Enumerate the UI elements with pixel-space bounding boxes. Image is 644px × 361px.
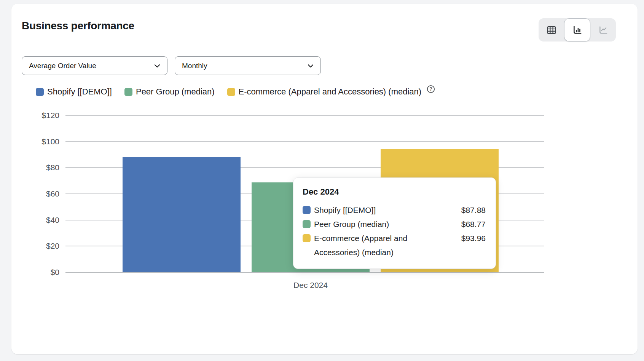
bar-shopify-demo[interactable] (123, 157, 241, 272)
y-tick-label: $20 (46, 241, 59, 251)
tooltip-row-value: $87.88 (461, 203, 486, 217)
tooltip-row: Peer Group (median) $68.77 (303, 217, 486, 231)
page: { "card": { "title": "Business performan… (0, 0, 644, 361)
y-tick-label: $40 (46, 216, 59, 225)
y-axis-labels: $120$100$80$60$40$20$0 (11, 115, 59, 272)
tooltip-swatch-ecommerce (303, 234, 311, 242)
y-tick-label: $60 (46, 189, 59, 198)
tooltip-row-value: $68.77 (461, 217, 486, 231)
y-tick-label: $0 (51, 268, 59, 277)
tooltip-row-value: $93.96 (461, 231, 486, 245)
y-tick-label: $100 (41, 137, 59, 146)
x-axis-label: Dec 2024 (293, 281, 328, 290)
tooltip-row: E-commerce (Apparel and Accessories) (me… (303, 231, 486, 259)
chart-tooltip: Dec 2024 Shopify [[DEMO]] $87.88 Peer Gr… (293, 177, 496, 269)
tooltip-title: Dec 2024 (303, 187, 486, 197)
tooltip-row-label: E-commerce (Apparel and Accessories) (me… (314, 231, 440, 259)
tooltip-row-label: Peer Group (median) (314, 217, 440, 231)
y-tick-label: $80 (46, 163, 59, 172)
y-tick-label: $120 (41, 111, 59, 120)
tooltip-row-label: Shopify [[DEMO]] (314, 203, 440, 217)
business-performance-card: Business performance (11, 4, 638, 354)
tooltip-row: Shopify [[DEMO]] $87.88 (303, 203, 486, 217)
tooltip-swatch-peer-group (303, 220, 311, 228)
tooltip-swatch-shopify (303, 206, 311, 214)
